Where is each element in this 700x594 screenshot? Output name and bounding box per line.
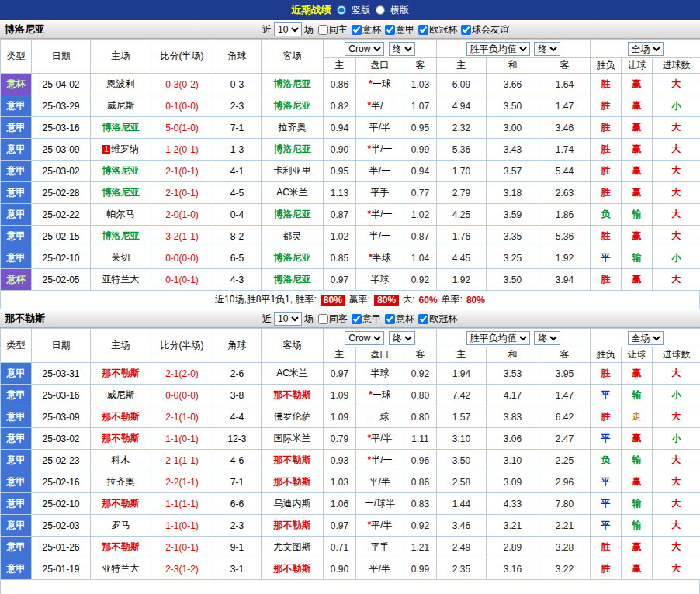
- scope-select[interactable]: 全场: [628, 42, 664, 56]
- away-team-name: 博洛尼亚: [274, 143, 311, 154]
- handicap-cell: *半/一: [356, 95, 404, 117]
- handicap-result-cell: 赢: [622, 74, 653, 95]
- date-cell: 25-03-29: [32, 95, 91, 117]
- home-team-cell: 1维罗纳: [91, 139, 151, 161]
- near-label: 近: [262, 313, 272, 326]
- home-team-cell: 博洛尼亚: [91, 117, 151, 139]
- corners-cell: 0-4: [213, 204, 262, 226]
- corners-cell: 4-5: [213, 182, 262, 204]
- match-count-select[interactable]: 10: [274, 312, 302, 326]
- match-row: 意甲 25-03-31 那不勒斯 2-1(2-0) 2-6 AC米兰 0.97 …: [1, 363, 700, 385]
- league-filter-checkbox[interactable]: 意甲: [383, 23, 414, 36]
- odds-stage-select[interactable]: 终: [389, 331, 415, 345]
- handicap-result-cell: 赢: [622, 182, 653, 204]
- league-filter-checkbox[interactable]: 欧冠杯: [416, 313, 457, 326]
- col-score: 比分(半场): [151, 329, 213, 363]
- result-cell: 平: [591, 493, 622, 515]
- match-row: 意甲 25-03-09 1维罗纳 1-2(0-1) 1-3 博洛尼亚 0.90 …: [1, 139, 700, 161]
- asian-home-odds-cell: 0.94: [324, 117, 356, 139]
- radio-vertical-label[interactable]: 竖版: [352, 4, 370, 17]
- result-cell: 胜: [591, 74, 622, 95]
- radio-horizontal[interactable]: [376, 5, 385, 15]
- league-checkbox[interactable]: [418, 314, 428, 324]
- match-count-select[interactable]: 10: [274, 22, 302, 36]
- euro-home-odds-cell: 2.58: [437, 471, 487, 493]
- league-filter-checkbox[interactable]: 欧冠杯: [416, 23, 457, 36]
- team-name-bologna: 博洛尼亚: [5, 22, 45, 36]
- asian-away-odds-cell: 0.83: [404, 493, 437, 515]
- over-rate-value: 60%: [419, 295, 438, 306]
- league-checkbox-label: 同主: [329, 23, 348, 36]
- handicap-line: 平手: [371, 541, 390, 552]
- handicap-line: 一球: [373, 78, 391, 89]
- asian-away-odds-cell: 0.94: [404, 161, 437, 182]
- handicap-result-cell: 赢: [622, 428, 653, 450]
- league-checkbox[interactable]: [352, 25, 362, 35]
- odds-stage-select[interactable]: 终: [389, 42, 415, 56]
- handicap-cell: 平/半: [356, 471, 404, 493]
- goals-cell: 大: [653, 117, 700, 139]
- away-team-name: 都灵: [283, 230, 302, 241]
- handicap-cell: 半/一: [356, 226, 404, 247]
- col-corner: 角球: [213, 40, 262, 74]
- league-cell: 意杯: [1, 269, 32, 291]
- asian-away-odds-cell: 0.92: [404, 515, 437, 537]
- league-checkbox[interactable]: [418, 25, 428, 35]
- euro-stage-select[interactable]: 终: [534, 42, 560, 56]
- match-row: 意甲 25-02-10 那不勒斯 1-1(1-1) 6-6 乌迪内斯 1.06 …: [1, 493, 700, 515]
- corners-cell: 3-8: [213, 385, 262, 406]
- euro-source-select[interactable]: 胜平负均值: [466, 331, 530, 345]
- score-cell: 0-0(0-0): [151, 385, 213, 406]
- result-cell: 胜: [591, 117, 622, 139]
- result-cell: 平: [591, 515, 622, 537]
- league-filter-checkbox[interactable]: 同客: [316, 313, 348, 326]
- handicap-line: 半/一: [369, 230, 390, 241]
- league-checkbox[interactable]: [385, 25, 395, 35]
- league-filter-checkbox[interactable]: 意杯: [349, 23, 381, 36]
- away-team-cell: 博洛尼亚: [262, 269, 324, 291]
- radio-horizontal-label[interactable]: 横版: [390, 4, 409, 17]
- date-cell: 25-02-16: [32, 471, 91, 493]
- league-checkbox[interactable]: [318, 314, 328, 324]
- goals-cell: 大: [653, 161, 700, 182]
- euro-draw-odds-cell: 3.50: [487, 95, 539, 117]
- asian-home-odds-cell: 0.93: [324, 450, 356, 471]
- league-cell: 意甲: [1, 139, 32, 161]
- handicap-result-cell: 赢: [622, 161, 653, 182]
- goals-cell: 大: [653, 537, 700, 558]
- euro-draw-odds-cell: 4.17: [487, 385, 539, 406]
- league-checkbox[interactable]: [318, 25, 328, 35]
- league-checkbox[interactable]: [461, 25, 471, 35]
- home-team-cell: 科木: [91, 450, 151, 471]
- goals-cell: 大: [653, 558, 700, 580]
- away-team-cell: 那不勒斯: [262, 385, 324, 406]
- league-checkbox[interactable]: [385, 314, 395, 324]
- col-goals: 进球数: [653, 347, 700, 363]
- scope-header: 全场: [591, 329, 700, 347]
- asian-home-odds-cell: 0.86: [324, 74, 356, 95]
- asian-home-odds-cell: 1.09: [324, 385, 356, 406]
- euro-draw-odds-cell: 3.21: [487, 515, 539, 537]
- league-checkbox[interactable]: [352, 314, 362, 324]
- scope-select[interactable]: 全场: [628, 331, 664, 345]
- match-row: 意杯 25-04-02 恩波利 0-3(0-2) 0-3 博洛尼亚 0.86 *…: [1, 74, 700, 95]
- euro-draw-odds-cell: 3.43: [487, 139, 539, 161]
- league-checkbox-label: 意甲: [396, 23, 414, 36]
- summary-record: 近10场,胜8平1负1, 胜率:: [215, 293, 317, 306]
- euro-stage-select[interactable]: 终: [534, 331, 560, 345]
- euro-home-odds-cell: 3.10: [437, 428, 487, 450]
- asian-home-odds-cell: 0.85: [324, 247, 356, 269]
- euro-away-odds-cell: 3.22: [539, 558, 591, 580]
- euro-away-odds-cell: 2.25: [539, 450, 591, 471]
- bookmaker-select[interactable]: Crow: [345, 331, 384, 345]
- league-filter-checkbox[interactable]: 球会友谊: [459, 23, 509, 36]
- league-filter-checkbox[interactable]: 同主: [316, 23, 348, 36]
- euro-draw-odds-cell: 3.16: [487, 558, 539, 580]
- euro-draw-odds-cell: 3.25: [487, 247, 539, 269]
- radio-vertical[interactable]: [337, 5, 346, 15]
- euro-source-select[interactable]: 胜平负均值: [466, 42, 530, 56]
- bookmaker-select[interactable]: Crow: [345, 42, 384, 56]
- date-cell: 25-02-22: [32, 204, 91, 226]
- league-filter-checkbox[interactable]: 意杯: [383, 313, 414, 326]
- league-filter-checkbox[interactable]: 意甲: [349, 313, 381, 326]
